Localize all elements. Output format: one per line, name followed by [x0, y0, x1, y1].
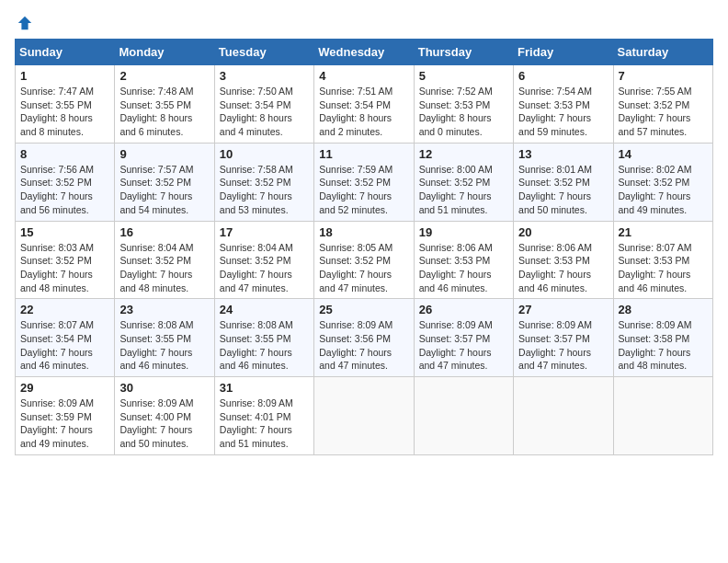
calendar-cell: 8 Sunrise: 7:56 AM Sunset: 3:52 PM Dayli…: [16, 143, 115, 221]
day-number: 1: [20, 69, 109, 83]
day-info: Sunrise: 8:09 AM Sunset: 3:59 PM Dayligh…: [20, 396, 109, 451]
day-number: 24: [220, 303, 309, 316]
day-number: 15: [20, 225, 109, 239]
daylight-label: Daylight: 7 hours and 50 minutes.: [518, 190, 591, 215]
day-number: 29: [20, 381, 109, 395]
calendar-cell: 6 Sunrise: 7:54 AM Sunset: 3:53 PM Dayli…: [514, 65, 613, 144]
calendar-cell: 16 Sunrise: 8:04 AM Sunset: 3:52 PM Dayl…: [115, 221, 214, 299]
sunrise-label: Sunrise: 8:09 AM: [319, 319, 392, 330]
daylight-label: Daylight: 8 hours and 4 minutes.: [220, 112, 292, 137]
day-number: 17: [220, 225, 309, 239]
sunset-label: Sunset: 3:52 PM: [20, 255, 92, 266]
sunrise-label: Sunrise: 8:02 AM: [619, 164, 692, 175]
day-info: Sunrise: 7:47 AM Sunset: 3:55 PM Dayligh…: [20, 85, 109, 139]
sunrise-label: Sunrise: 7:59 AM: [319, 164, 392, 175]
daylight-label: Daylight: 8 hours and 0 minutes.: [419, 112, 492, 137]
daylight-label: Daylight: 7 hours and 47 minutes.: [419, 347, 492, 372]
sunset-label: Sunset: 3:57 PM: [518, 333, 590, 344]
day-number: 22: [20, 303, 109, 316]
sunset-label: Sunset: 3:52 PM: [319, 177, 391, 188]
calendar-cell: 23 Sunrise: 8:08 AM Sunset: 3:55 PM Dayl…: [115, 299, 214, 377]
calendar-cell: 2 Sunrise: 7:48 AM Sunset: 3:55 PM Dayli…: [115, 65, 214, 144]
sunset-label: Sunset: 3:52 PM: [419, 177, 491, 188]
day-number: 16: [119, 225, 209, 239]
daylight-label: Daylight: 7 hours and 48 minutes.: [619, 347, 691, 372]
daylight-label: Daylight: 8 hours and 6 minutes.: [119, 112, 192, 137]
calendar-cell: 28 Sunrise: 8:09 AM Sunset: 3:58 PM Dayl…: [613, 299, 712, 377]
sunrise-label: Sunrise: 8:01 AM: [518, 164, 592, 175]
day-info: Sunrise: 8:08 AM Sunset: 3:55 PM Dayligh…: [220, 318, 309, 373]
day-info: Sunrise: 7:57 AM Sunset: 3:52 PM Dayligh…: [119, 163, 209, 217]
day-info: Sunrise: 7:59 AM Sunset: 3:52 PM Dayligh…: [319, 163, 408, 217]
daylight-label: Daylight: 7 hours and 52 minutes.: [319, 190, 392, 215]
calendar-cell: 14 Sunrise: 8:02 AM Sunset: 3:52 PM Dayl…: [613, 143, 712, 221]
calendar-cell: 18 Sunrise: 8:05 AM Sunset: 3:52 PM Dayl…: [314, 221, 414, 299]
day-info: Sunrise: 8:06 AM Sunset: 3:53 PM Dayligh…: [419, 241, 508, 295]
daylight-label: Daylight: 7 hours and 56 minutes.: [20, 190, 93, 215]
sunset-label: Sunset: 3:52 PM: [119, 255, 191, 266]
daylight-label: Daylight: 7 hours and 47 minutes.: [220, 269, 292, 293]
day-info: Sunrise: 8:03 AM Sunset: 3:52 PM Dayligh…: [20, 241, 109, 295]
daylight-label: Daylight: 7 hours and 57 minutes.: [619, 112, 691, 137]
sunrise-label: Sunrise: 7:58 AM: [220, 164, 293, 175]
sunrise-label: Sunrise: 8:09 AM: [220, 397, 293, 408]
day-info: Sunrise: 8:09 AM Sunset: 3:57 PM Dayligh…: [419, 318, 508, 373]
daylight-label: Daylight: 7 hours and 50 minutes.: [119, 424, 192, 449]
day-number: 31: [220, 381, 309, 395]
calendar-week-row: 8 Sunrise: 7:56 AM Sunset: 3:52 PM Dayli…: [16, 143, 713, 221]
day-info: Sunrise: 8:09 AM Sunset: 3:57 PM Dayligh…: [518, 318, 608, 373]
calendar-cell: [414, 377, 513, 455]
calendar-cell: 10 Sunrise: 7:58 AM Sunset: 3:52 PM Dayl…: [214, 143, 313, 221]
sunrise-label: Sunrise: 8:06 AM: [518, 242, 592, 253]
sunrise-label: Sunrise: 8:08 AM: [119, 319, 193, 330]
sunrise-label: Sunrise: 8:09 AM: [20, 397, 94, 408]
daylight-label: Daylight: 7 hours and 49 minutes.: [619, 190, 691, 215]
day-number: 18: [319, 225, 408, 239]
sunrise-label: Sunrise: 8:09 AM: [119, 397, 193, 408]
day-info: Sunrise: 8:08 AM Sunset: 3:55 PM Dayligh…: [119, 318, 209, 373]
day-info: Sunrise: 8:06 AM Sunset: 3:53 PM Dayligh…: [518, 241, 608, 295]
sunset-label: Sunset: 3:54 PM: [319, 99, 391, 110]
day-number: 25: [319, 303, 408, 316]
calendar-cell: 4 Sunrise: 7:51 AM Sunset: 3:54 PM Dayli…: [314, 65, 414, 144]
calendar-week-row: 22 Sunrise: 8:07 AM Sunset: 3:54 PM Dayl…: [16, 299, 713, 377]
day-info: Sunrise: 8:09 AM Sunset: 4:00 PM Dayligh…: [119, 396, 209, 451]
calendar-cell: 27 Sunrise: 8:09 AM Sunset: 3:57 PM Dayl…: [514, 299, 613, 377]
calendar-cell: 31 Sunrise: 8:09 AM Sunset: 4:01 PM Dayl…: [214, 377, 313, 455]
sunset-label: Sunset: 3:54 PM: [220, 99, 291, 110]
sunset-label: Sunset: 3:55 PM: [119, 99, 191, 110]
day-info: Sunrise: 8:05 AM Sunset: 3:52 PM Dayligh…: [319, 241, 408, 295]
sunset-label: Sunset: 3:55 PM: [20, 99, 92, 110]
sunrise-label: Sunrise: 7:51 AM: [319, 86, 392, 97]
calendar-cell: [613, 377, 712, 455]
calendar-cell: 25 Sunrise: 8:09 AM Sunset: 3:56 PM Dayl…: [314, 299, 414, 377]
daylight-label: Daylight: 7 hours and 46 minutes.: [119, 347, 192, 372]
day-number: 26: [419, 303, 508, 316]
sunrise-label: Sunrise: 8:09 AM: [518, 319, 592, 330]
sunset-label: Sunset: 3:55 PM: [220, 333, 291, 344]
weekday-header: Monday: [115, 40, 214, 65]
daylight-label: Daylight: 7 hours and 46 minutes.: [419, 269, 492, 293]
sunset-label: Sunset: 3:53 PM: [518, 99, 590, 110]
sunset-label: Sunset: 3:53 PM: [518, 255, 590, 266]
sunset-label: Sunset: 3:53 PM: [419, 255, 491, 266]
daylight-label: Daylight: 7 hours and 51 minutes.: [220, 424, 292, 449]
sunrise-label: Sunrise: 8:05 AM: [319, 242, 392, 253]
daylight-label: Daylight: 7 hours and 49 minutes.: [20, 424, 93, 449]
calendar-header-row: SundayMondayTuesdayWednesdayThursdayFrid…: [16, 40, 713, 65]
day-info: Sunrise: 7:55 AM Sunset: 3:52 PM Dayligh…: [619, 85, 708, 139]
logo: [15, 15, 33, 31]
calendar-cell: [514, 377, 613, 455]
sunset-label: Sunset: 3:52 PM: [220, 255, 291, 266]
sunset-label: Sunset: 3:59 PM: [20, 411, 92, 422]
day-number: 19: [419, 225, 508, 239]
sunrise-label: Sunrise: 8:00 AM: [419, 164, 493, 175]
day-number: 2: [119, 69, 209, 83]
sunrise-label: Sunrise: 7:55 AM: [619, 86, 692, 97]
sunset-label: Sunset: 3:52 PM: [619, 177, 690, 188]
day-number: 27: [518, 303, 608, 316]
calendar-cell: 19 Sunrise: 8:06 AM Sunset: 3:53 PM Dayl…: [414, 221, 513, 299]
calendar-cell: 24 Sunrise: 8:08 AM Sunset: 3:55 PM Dayl…: [214, 299, 313, 377]
calendar-cell: [314, 377, 414, 455]
calendar-week-row: 15 Sunrise: 8:03 AM Sunset: 3:52 PM Dayl…: [16, 221, 713, 299]
